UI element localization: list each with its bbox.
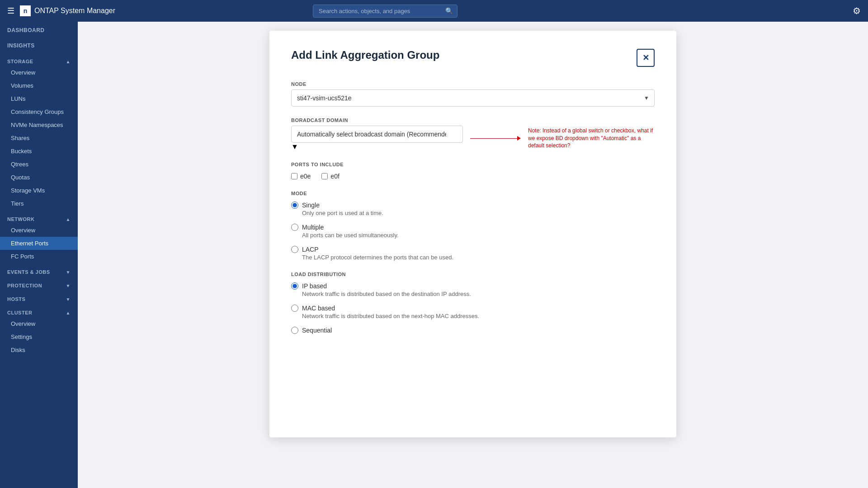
mode-multiple-radio[interactable] xyxy=(291,224,298,231)
sidebar-item-quotas[interactable]: Quotas xyxy=(0,171,78,184)
sidebar-item-nvme-namespaces[interactable]: NVMe Namespaces xyxy=(0,118,78,131)
mode-lacp: LACP The LACP protocol determines the po… xyxy=(291,246,655,261)
sidebar-item-dashboard[interactable]: DASHBOARD xyxy=(0,22,78,39)
load-mac-based: MAC based Network traffic is distributed… xyxy=(291,305,655,319)
load-sequential-label: Sequential xyxy=(302,327,332,334)
sidebar-item-storage-vms[interactable]: Storage VMs xyxy=(0,184,78,197)
load-dist-label: LOAD DISTRIBUTION xyxy=(291,272,655,277)
sidebar-item-cluster-settings[interactable]: Settings xyxy=(0,330,78,343)
app-header: ☰ n ONTAP System Manager 🔍 ⚙ xyxy=(0,0,868,22)
ports-section: PORTS TO INCLUDE e0e e0f xyxy=(291,162,655,180)
sidebar-item-buckets[interactable]: Buckets xyxy=(0,145,78,158)
menu-icon[interactable]: ☰ xyxy=(7,6,14,16)
broadcast-domain-row: Automatically select broadcast domain (R… xyxy=(291,126,655,151)
mode-lacp-label: LACP xyxy=(302,246,319,253)
mode-single-radio[interactable] xyxy=(291,202,298,209)
load-mac-based-radio[interactable] xyxy=(291,305,298,312)
port-e0f-label: e0f xyxy=(330,173,339,180)
ports-row: e0e e0f xyxy=(291,173,655,180)
load-mac-based-desc: Network traffic is distributed based on … xyxy=(302,313,655,319)
chevron-down-icon-events: ▼ xyxy=(66,270,71,275)
port-e0e-label: e0e xyxy=(300,173,311,180)
mode-multiple-row: Multiple xyxy=(291,224,655,231)
load-sequential-row: Sequential xyxy=(291,327,655,334)
mode-radio-group: Single Only one port is used at a time. … xyxy=(291,202,655,261)
sidebar: DASHBOARD INSIGHTS STORAGE ▲ Overview Vo… xyxy=(0,22,78,488)
search-icon: 🔍 xyxy=(445,7,453,14)
load-ip-based-radio[interactable] xyxy=(291,282,298,290)
sidebar-item-shares[interactable]: Shares xyxy=(0,131,78,145)
node-label: NODE xyxy=(291,81,655,87)
sidebar-item-insights[interactable]: INSIGHTS xyxy=(0,39,78,52)
header-settings[interactable]: ⚙ xyxy=(853,5,861,16)
port-e0f[interactable]: e0f xyxy=(321,173,339,180)
ports-label: PORTS TO INCLUDE xyxy=(291,162,655,167)
chevron-down-icon-protection: ▼ xyxy=(66,283,71,288)
app-logo: n ONTAP System Manager xyxy=(20,5,115,16)
mode-single-desc: Only one port is used at a time. xyxy=(302,210,655,216)
sidebar-item-cluster-disks[interactable]: Disks xyxy=(0,343,78,357)
app-title: ONTAP System Manager xyxy=(34,7,115,15)
sidebar-item-tiers[interactable]: Tiers xyxy=(0,197,78,210)
chevron-down-icon-hosts: ▼ xyxy=(66,297,71,302)
broadcast-domain-label: BORADCAST DOMAIN xyxy=(291,117,655,123)
sidebar-section-storage[interactable]: STORAGE ▲ xyxy=(0,52,78,66)
chevron-up-icon: ▲ xyxy=(66,59,71,64)
mode-lacp-row: LACP xyxy=(291,246,655,253)
mode-single-label: Single xyxy=(302,202,320,209)
mode-multiple-label: Multiple xyxy=(302,224,324,231)
sidebar-item-consistency-groups[interactable]: Consistency Groups xyxy=(0,105,78,118)
port-e0e[interactable]: e0e xyxy=(291,173,311,180)
load-sequential-radio[interactable] xyxy=(291,327,298,334)
main-content: Add Link Aggregation Group ✕ NODE sti47-… xyxy=(78,22,868,488)
sidebar-item-qtrees[interactable]: Qtrees xyxy=(0,158,78,171)
chevron-up-icon-cluster: ▲ xyxy=(66,310,71,315)
mode-lacp-desc: The LACP protocol determines the ports t… xyxy=(302,254,655,261)
load-ip-based: IP based Network traffic is distributed … xyxy=(291,282,655,297)
search-input[interactable] xyxy=(313,5,458,18)
load-dist-section: LOAD DISTRIBUTION IP based Network traff… xyxy=(291,272,655,334)
load-ip-based-label: IP based xyxy=(302,282,327,290)
mode-multiple: Multiple All ports can be used simultane… xyxy=(291,224,655,239)
load-sequential: Sequential xyxy=(291,327,655,334)
bd-chevron-icon: ▼ xyxy=(291,143,298,150)
mode-single-row: Single xyxy=(291,202,655,209)
load-mac-based-row: MAC based xyxy=(291,305,655,312)
port-e0e-checkbox[interactable] xyxy=(291,173,297,179)
sidebar-item-fc-ports[interactable]: FC Ports xyxy=(0,250,78,263)
sidebar-section-hosts[interactable]: HOSTS ▼ xyxy=(0,290,78,304)
bd-annotation-note: Note: Instead of a global switch or chec… xyxy=(528,127,655,150)
modal-dialog: Add Link Aggregation Group ✕ NODE sti47-… xyxy=(269,31,676,437)
sidebar-item-cluster-overview[interactable]: Overview xyxy=(0,317,78,330)
sidebar-section-network[interactable]: NETWORK ▲ xyxy=(0,210,78,224)
sidebar-section-cluster[interactable]: CLUSTER ▲ xyxy=(0,304,78,317)
logo-icon: n xyxy=(20,5,31,16)
mode-multiple-desc: All ports can be used simultaneously. xyxy=(302,232,655,239)
broadcast-domain-select-wrapper: Automatically select broadcast domain (R… xyxy=(291,126,463,151)
port-e0f-checkbox[interactable] xyxy=(321,173,328,179)
load-dist-radio-group: IP based Network traffic is distributed … xyxy=(291,282,655,334)
sidebar-section-events-jobs[interactable]: EVENTS & JOBS ▼ xyxy=(0,263,78,277)
modal-title: Add Link Aggregation Group xyxy=(291,49,439,61)
node-section: NODE sti47-vsim-ucs521e ▼ xyxy=(291,81,655,107)
sidebar-item-luns[interactable]: LUNs xyxy=(0,92,78,105)
mode-label: MODE xyxy=(291,191,655,196)
mode-single: Single Only one port is used at a time. xyxy=(291,202,655,216)
mode-section: MODE Single Only one port is used at a t… xyxy=(291,191,655,261)
modal-header: Add Link Aggregation Group ✕ xyxy=(291,49,655,67)
bd-annotation-arrow xyxy=(470,136,521,141)
node-select[interactable]: sti47-vsim-ucs521e xyxy=(291,89,655,107)
close-button[interactable]: ✕ xyxy=(637,49,655,67)
sidebar-item-ethernet-ports[interactable]: Ethernet Ports xyxy=(0,237,78,250)
search-bar: 🔍 xyxy=(313,5,458,18)
sidebar-item-overview[interactable]: Overview xyxy=(0,66,78,79)
broadcast-domain-section: BORADCAST DOMAIN Automatically select br… xyxy=(291,117,655,151)
sidebar-section-protection[interactable]: PROTECTION ▼ xyxy=(0,277,78,290)
sidebar-item-net-overview[interactable]: Overview xyxy=(0,224,78,237)
node-select-wrapper: sti47-vsim-ucs521e ▼ xyxy=(291,89,655,107)
mode-lacp-radio[interactable] xyxy=(291,246,298,253)
sidebar-item-volumes[interactable]: Volumes xyxy=(0,79,78,92)
load-ip-based-desc: Network traffic is distributed based on … xyxy=(302,291,655,297)
load-ip-based-row: IP based xyxy=(291,282,655,290)
broadcast-domain-select[interactable]: Automatically select broadcast domain (R… xyxy=(291,126,463,143)
